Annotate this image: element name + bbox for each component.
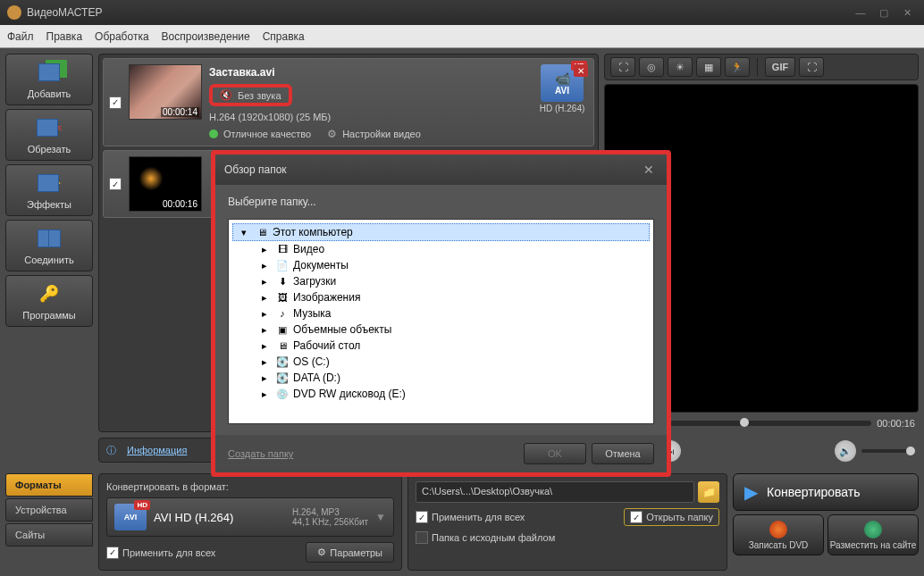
- video-checkbox[interactable]: ✓: [109, 96, 122, 109]
- remove-item-button[interactable]: ✕: [574, 64, 588, 77]
- volume-icon[interactable]: 🔊: [835, 440, 856, 462]
- tree-item[interactable]: ▸🖥Рабочий стол: [232, 338, 650, 354]
- video-checkbox[interactable]: ✓: [109, 178, 122, 190]
- speed-icon[interactable]: 🏃: [725, 57, 750, 77]
- video-thumbnail[interactable]: 00:00:14: [129, 64, 202, 120]
- folder-icon: 📁: [702, 486, 716, 498]
- output-apply-all-checkbox[interactable]: ✓: [416, 511, 428, 523]
- enhance-icon[interactable]: ◎: [639, 57, 664, 77]
- codec-info: H.264 (1920x1080) (25 МБ): [209, 112, 529, 122]
- effects-label: Эффекты: [27, 199, 71, 210]
- titlebar: ВидеоМАСТЕР — ▢ ✕: [0, 0, 924, 25]
- format-select[interactable]: HDAVI AVI HD (H.264) H.264, MP3 44,1 KHz…: [106, 497, 394, 537]
- quality-dot-icon: [209, 129, 218, 138]
- convert-label: Конвертировать: [767, 485, 861, 499]
- expand-icon[interactable]: ▾: [237, 226, 251, 238]
- source-folder-checkbox[interactable]: [416, 531, 428, 544]
- menu-process[interactable]: Обработка: [95, 30, 149, 43]
- menu-file[interactable]: Файл: [7, 30, 34, 43]
- folder-type-icon: 📄: [275, 259, 290, 271]
- tab-devices[interactable]: Устройства: [5, 498, 93, 522]
- expand-icon[interactable]: ▸: [257, 243, 272, 255]
- brightness-icon[interactable]: ☀: [668, 57, 693, 77]
- tree-item[interactable]: ▸⬇Загрузки: [232, 273, 650, 289]
- tree-item[interactable]: ▸💿DVD RW дисковод (E:): [232, 386, 650, 402]
- fullscreen-icon[interactable]: ⛶: [799, 57, 824, 77]
- tree-item[interactable]: ▸📄Документы: [232, 257, 650, 273]
- menu-playback[interactable]: Воспроизведение: [162, 30, 250, 43]
- programs-button[interactable]: 🔑 Программы: [5, 275, 93, 327]
- expand-icon[interactable]: ▸: [257, 291, 272, 304]
- tab-sites[interactable]: Сайты: [5, 523, 93, 547]
- burn-dvd-button[interactable]: Записать DVD: [733, 514, 824, 555]
- expand-icon[interactable]: ▸: [257, 275, 272, 288]
- tab-formats[interactable]: Форматы: [5, 473, 93, 497]
- params-button[interactable]: ⚙Параметры: [306, 542, 394, 563]
- expand-icon[interactable]: ▸: [257, 307, 272, 320]
- dialog-title: Обзор папок: [224, 163, 287, 176]
- tree-item[interactable]: ▸💽OS (C:): [232, 354, 650, 370]
- gif-button[interactable]: GIF: [765, 57, 795, 77]
- add-button[interactable]: Добавить: [5, 54, 93, 105]
- output-path[interactable]: C:\Users\...\Desktop\Озвучка\: [416, 481, 694, 503]
- maximize-button[interactable]: ▢: [874, 5, 894, 20]
- convert-label: Конвертировать в формат:: [106, 481, 394, 492]
- tree-item-label: Объемные объекты: [293, 323, 391, 336]
- tree-item-label: Рабочий стол: [293, 339, 360, 352]
- apply-all-checkbox[interactable]: ✓: [106, 547, 119, 559]
- minimize-button[interactable]: —: [851, 5, 870, 20]
- video-settings-link[interactable]: Настройки видео: [342, 129, 421, 139]
- output-apply-all-label: Применить для всех: [432, 512, 525, 522]
- publish-label: Разместить на сайте: [830, 540, 917, 550]
- convert-button[interactable]: ▶ Конвертировать: [733, 473, 919, 511]
- thumb-duration: 00:00:16: [161, 199, 199, 209]
- left-toolbar: Добавить ✂ Обрезать ✦ Эффекты Соединить …: [5, 54, 93, 468]
- close-button[interactable]: ✕: [897, 5, 917, 20]
- mute-icon: 🔇: [220, 89, 232, 101]
- format-detail: H.264, MP3 44,1 KHz, 256Кбит: [292, 507, 368, 527]
- menu-edit[interactable]: Правка: [46, 30, 83, 43]
- expand-icon[interactable]: ▸: [257, 371, 272, 384]
- tree-item[interactable]: ▸♪Музыка: [232, 305, 650, 321]
- expand-icon[interactable]: ▸: [257, 355, 272, 368]
- expand-icon[interactable]: ▸: [257, 388, 272, 400]
- programs-icon: 🔑: [33, 281, 65, 306]
- quality-text: Отличное качество: [223, 129, 311, 139]
- cut-button[interactable]: ✂ Обрезать: [5, 109, 93, 161]
- cut-icon: ✂: [33, 115, 65, 140]
- tree-item[interactable]: ▸💽DATA (D:): [232, 370, 650, 386]
- tree-item[interactable]: ▸▣Объемные объекты: [232, 321, 650, 338]
- video-item[interactable]: ✓ 00:00:14 Заставка.avi 🔇Без звука H.264…: [103, 58, 594, 146]
- info-link[interactable]: Информация: [127, 445, 187, 455]
- expand-icon[interactable]: ▸: [257, 339, 272, 352]
- crop-icon[interactable]: ⛶: [610, 57, 635, 77]
- folder-tree[interactable]: ▾🖥Этот компьютер▸🎞Видео▸📄Документы▸⬇Загр…: [228, 219, 654, 424]
- dvd-icon: [769, 521, 787, 538]
- create-folder-link[interactable]: Создать папку: [228, 448, 293, 459]
- frame-icon[interactable]: ▦: [696, 57, 721, 77]
- add-icon: [33, 60, 65, 85]
- tree-item-label: Изображения: [293, 291, 360, 304]
- expand-icon[interactable]: ▸: [257, 259, 272, 271]
- open-folder-checkbox[interactable]: ✓: [630, 511, 643, 523]
- burn-label: Записать DVD: [749, 540, 809, 550]
- cancel-button[interactable]: Отмена: [592, 443, 654, 464]
- folder-type-icon: 💿: [275, 388, 290, 400]
- dialog-close-button[interactable]: ✕: [643, 163, 658, 177]
- video-title: Заставка.avi: [209, 66, 529, 79]
- expand-icon[interactable]: ▸: [257, 323, 272, 336]
- tree-item-label: DVD RW дисковод (E:): [293, 388, 406, 400]
- tree-item-label: Видео: [293, 243, 324, 255]
- tree-item[interactable]: ▾🖥Этот компьютер: [232, 223, 650, 241]
- menu-help[interactable]: Справка: [263, 30, 305, 43]
- volume-slider[interactable]: [861, 449, 915, 453]
- tree-item[interactable]: ▸🎞Видео: [232, 241, 650, 257]
- browse-button[interactable]: 📁: [698, 481, 719, 503]
- tree-item[interactable]: ▸🖼Изображения: [232, 289, 650, 305]
- ok-button[interactable]: OK: [524, 443, 586, 464]
- preview-toolbar: ⛶ ◎ ☀ ▦ 🏃 GIF ⛶: [604, 54, 919, 80]
- video-thumbnail[interactable]: 00:00:16: [129, 156, 202, 212]
- effects-button[interactable]: ✦ Эффекты: [5, 164, 93, 216]
- join-button[interactable]: Соединить: [5, 220, 93, 271]
- publish-button[interactable]: Разместить на сайте: [827, 514, 919, 555]
